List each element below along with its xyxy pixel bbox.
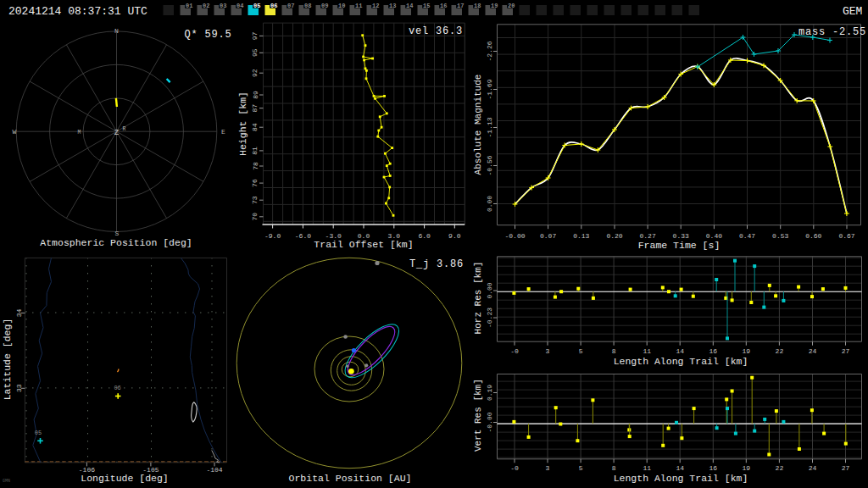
svg-text:0.00: 0.00 bbox=[486, 282, 493, 298]
svg-text:13: 13 bbox=[389, 3, 396, 9]
svg-text:27: 27 bbox=[842, 464, 850, 472]
svg-text:07: 07 bbox=[287, 3, 294, 9]
svg-text:06: 06 bbox=[270, 3, 277, 9]
svg-text:95: 95 bbox=[252, 48, 259, 57]
svg-text:0.53: 0.53 bbox=[772, 232, 788, 240]
svg-text:6.0: 6.0 bbox=[418, 232, 431, 240]
svg-text:0.60: 0.60 bbox=[805, 232, 821, 240]
svg-text:19: 19 bbox=[742, 347, 750, 355]
svg-text:09: 09 bbox=[321, 3, 328, 9]
svg-text:vel 36.3: vel 36.3 bbox=[409, 25, 463, 37]
svg-text:Horz Res [km]: Horz Res [km] bbox=[473, 262, 483, 335]
svg-text:24: 24 bbox=[809, 464, 817, 472]
svg-text:0.33: 0.33 bbox=[673, 232, 689, 240]
svg-text:R: R bbox=[123, 126, 126, 132]
svg-text:05: 05 bbox=[253, 3, 260, 9]
svg-text:08: 08 bbox=[304, 3, 311, 9]
svg-text:01: 01 bbox=[186, 3, 192, 9]
svg-text:87: 87 bbox=[252, 104, 259, 113]
svg-text:Q* 59.5: Q* 59.5 bbox=[184, 29, 231, 41]
svg-text:-2.26: -2.26 bbox=[486, 41, 493, 61]
svg-text:GMN: GMN bbox=[3, 479, 10, 484]
svg-text:-6.0: -6.0 bbox=[295, 232, 311, 240]
svg-text:Orbital Position [AU]: Orbital Position [AU] bbox=[289, 473, 412, 484]
svg-text:-0: -0 bbox=[510, 347, 519, 355]
svg-text:0.47: 0.47 bbox=[739, 232, 755, 240]
svg-text:06: 06 bbox=[114, 385, 120, 391]
svg-text:9.0: 9.0 bbox=[448, 232, 461, 240]
svg-text:11: 11 bbox=[643, 347, 651, 355]
svg-text:W: W bbox=[13, 128, 17, 136]
svg-text:-104: -104 bbox=[206, 466, 222, 474]
svg-text:84: 84 bbox=[252, 123, 259, 131]
svg-text:16: 16 bbox=[709, 464, 717, 472]
svg-text:22: 22 bbox=[776, 347, 784, 355]
svg-text:5: 5 bbox=[579, 464, 583, 472]
svg-text:S: S bbox=[115, 230, 120, 237]
svg-text:-1.13: -1.13 bbox=[486, 117, 493, 137]
svg-text:14: 14 bbox=[406, 3, 413, 9]
svg-text:-1.69: -1.69 bbox=[486, 79, 493, 99]
svg-text:3: 3 bbox=[546, 464, 550, 472]
svg-text:22: 22 bbox=[776, 464, 784, 472]
svg-text:0.13: 0.13 bbox=[573, 232, 589, 240]
svg-text:Length Along Trail [km]: Length Along Trail [km] bbox=[614, 356, 748, 367]
svg-text:Longitude [deg]: Longitude [deg] bbox=[81, 473, 169, 484]
svg-text:Height [km]: Height [km] bbox=[237, 92, 248, 156]
svg-text:-0.00: -0.00 bbox=[486, 412, 493, 432]
svg-text:16: 16 bbox=[440, 3, 447, 9]
svg-text:0.19: 0.19 bbox=[486, 385, 493, 401]
svg-text:N: N bbox=[114, 27, 119, 35]
svg-text:17: 17 bbox=[457, 3, 464, 9]
svg-text:20241214 08:37:31 UTC: 20241214 08:37:31 UTC bbox=[8, 5, 147, 18]
svg-text:12: 12 bbox=[372, 3, 379, 9]
svg-text:76: 76 bbox=[252, 179, 259, 187]
svg-text:-0.56: -0.56 bbox=[486, 155, 493, 175]
svg-text:Vert Res [km]: Vert Res [km] bbox=[473, 379, 483, 452]
svg-text:Frame Time [s]: Frame Time [s] bbox=[638, 240, 721, 251]
svg-text:Absolute Magnitude: Absolute Magnitude bbox=[473, 75, 483, 175]
svg-text:18: 18 bbox=[474, 3, 481, 9]
svg-text:19: 19 bbox=[742, 464, 750, 472]
svg-text:73: 73 bbox=[252, 196, 259, 204]
svg-text:02: 02 bbox=[203, 3, 209, 9]
svg-text:Latitude [deg]: Latitude [deg] bbox=[2, 319, 13, 401]
svg-text:11: 11 bbox=[643, 464, 651, 472]
svg-text:24: 24 bbox=[809, 347, 817, 355]
svg-text:M: M bbox=[78, 130, 81, 136]
svg-text:27: 27 bbox=[842, 347, 850, 355]
svg-text:0.07: 0.07 bbox=[540, 232, 556, 240]
svg-text:0.40: 0.40 bbox=[706, 232, 722, 240]
svg-text:15: 15 bbox=[423, 3, 430, 9]
svg-text:70: 70 bbox=[252, 213, 259, 221]
svg-text:20: 20 bbox=[508, 3, 515, 9]
svg-text:0.00: 0.00 bbox=[486, 196, 493, 212]
svg-text:0.20: 0.20 bbox=[606, 232, 622, 240]
svg-text:19: 19 bbox=[491, 3, 498, 9]
svg-text:81: 81 bbox=[252, 147, 259, 155]
svg-text:-0: -0 bbox=[510, 464, 519, 472]
svg-text:04: 04 bbox=[236, 3, 243, 9]
svg-text:Length Along Trail [km]: Length Along Trail [km] bbox=[614, 473, 748, 484]
svg-text:T_j 3.86: T_j 3.86 bbox=[409, 258, 464, 270]
svg-text:33: 33 bbox=[15, 384, 23, 392]
svg-text:05: 05 bbox=[35, 430, 42, 436]
svg-text:5: 5 bbox=[579, 347, 583, 355]
svg-text:97: 97 bbox=[252, 31, 259, 40]
svg-text:-0.00: -0.00 bbox=[504, 232, 525, 240]
svg-text:Trail Offset [km]: Trail Offset [km] bbox=[314, 239, 413, 250]
svg-text:Atmospheric Position [deg]: Atmospheric Position [deg] bbox=[40, 237, 192, 248]
svg-text:78: 78 bbox=[252, 162, 259, 170]
svg-text:03: 03 bbox=[220, 3, 226, 9]
svg-text:8: 8 bbox=[612, 464, 616, 472]
svg-text:34: 34 bbox=[15, 308, 23, 317]
svg-text:GEM: GEM bbox=[843, 5, 862, 18]
svg-text:11: 11 bbox=[355, 3, 362, 9]
svg-text:-0.23: -0.23 bbox=[486, 308, 493, 328]
svg-text:0.67: 0.67 bbox=[838, 232, 854, 240]
svg-text:92: 92 bbox=[252, 69, 259, 77]
svg-text:14: 14 bbox=[676, 464, 684, 472]
svg-text:10: 10 bbox=[338, 3, 345, 9]
svg-text:14: 14 bbox=[676, 347, 684, 355]
svg-text:0.27: 0.27 bbox=[639, 232, 655, 240]
